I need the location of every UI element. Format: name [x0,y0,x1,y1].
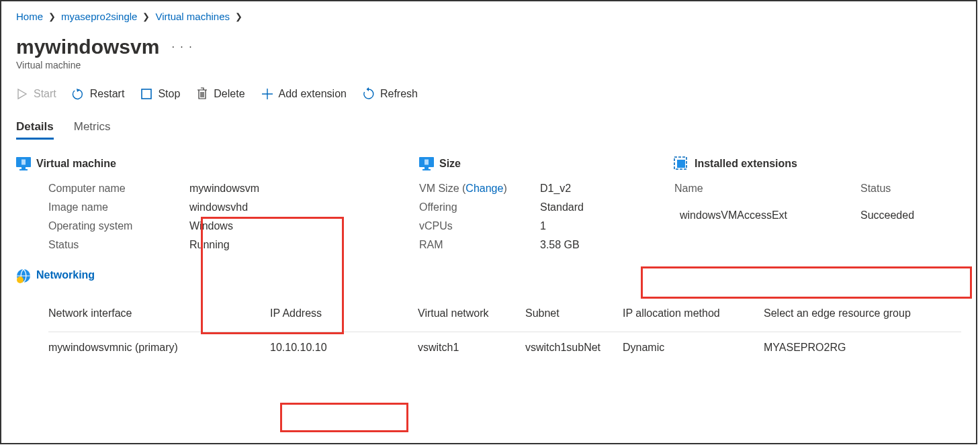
change-size-link[interactable]: Change [465,183,503,194]
label-status: Status [48,239,189,251]
delete-label: Delete [214,88,244,100]
net-col-alloc: IP allocation method [623,307,764,319]
add-extension-button[interactable]: Add extension [261,88,347,100]
svg-rect-12 [422,169,431,170]
networking-link[interactable]: Networking [36,269,95,281]
stop-button[interactable]: Stop [140,88,180,100]
value-os: Windows [189,220,392,232]
extension-icon [674,157,688,170]
label-ram: RAM [419,239,540,251]
label-vcpus: vCPUs [419,220,540,232]
net-col-rg: Select an edge resource group [764,307,961,319]
monitor-icon [419,157,433,170]
label-computer-name: Computer name [48,183,189,195]
net-col-vnet: Virtual network [418,307,525,319]
value-vm-size: D1_v2 [540,183,648,195]
extensions-section-heading: Installed extensions [674,157,961,170]
refresh-icon [363,88,375,100]
svg-marker-3 [366,87,369,91]
more-actions-icon[interactable]: · · · [171,41,193,53]
extension-row[interactable]: windowsVMAccessExt Succeeded [674,200,961,231]
page-subtitle: Virtual machine [16,60,961,70]
chevron-right-icon: ❯ [142,11,150,21]
breadcrumb: Home ❯ myasepro2single ❯ Virtual machine… [16,11,961,22]
svg-point-9 [17,277,24,283]
refresh-label: Refresh [380,88,418,100]
networking-table: Network interface IP Address Virtual net… [48,307,961,354]
value-vcpus: 1 [540,220,648,232]
delete-button[interactable]: Delete [196,88,244,100]
stop-icon [140,88,152,100]
net-value-ip: 10.10.10.10 [270,342,418,354]
svg-marker-1 [77,89,80,92]
extension-status: Succeeded [860,209,961,221]
breadcrumb-home[interactable]: Home [16,11,43,22]
net-value-subnet: vswitch1subNet [525,342,623,354]
value-computer-name: mywindowsvm [189,183,392,195]
net-value-rg: MYASEPRO2RG [764,342,961,354]
value-image-name: windowsvhd [189,201,392,213]
net-col-ip: IP Address [270,307,418,319]
tabs: Details Metrics [16,120,961,140]
breadcrumb-section[interactable]: Virtual machines [155,11,230,22]
networking-section-heading: Networking [16,268,392,282]
chevron-right-icon: ❯ [48,11,56,21]
restart-button[interactable]: Restart [73,88,125,100]
vm-heading-text: Virtual machine [36,158,116,170]
stop-label: Stop [158,88,180,100]
value-ram: 3.58 GB [540,239,648,251]
value-offering: Standard [540,201,648,213]
play-icon [16,88,28,100]
label-vm-size: VM Size (Change) [419,183,540,195]
svg-marker-0 [18,89,26,99]
net-value-iface: mywindowsvmnic (primary) [48,342,270,354]
monitor-icon [16,157,30,170]
tab-metrics[interactable]: Metrics [74,120,111,140]
label-offering: Offering [419,201,540,213]
tab-details[interactable]: Details [16,120,54,140]
trash-icon [196,88,208,100]
start-label: Start [34,88,56,100]
svg-rect-11 [425,167,429,169]
restart-label: Restart [90,88,125,100]
command-bar: Start Restart Stop Delete Add extension [16,88,961,100]
svg-rect-14 [677,160,685,168]
svg-rect-13 [425,160,429,165]
net-value-vnet: vswitch1 [418,342,525,354]
page-title: mywindowsvm [16,36,159,58]
breadcrumb-device[interactable]: myasepro2single [61,11,137,22]
extension-name: windowsVMAccessExt [680,209,860,221]
label-os: Operating system [48,220,189,232]
plus-icon [261,88,273,100]
svg-rect-6 [19,169,28,170]
label-image-name: Image name [48,201,189,213]
ext-col-name: Name [674,183,860,195]
add-extension-label: Add extension [279,88,347,100]
value-status: Running [189,239,392,251]
vm-section-heading: Virtual machine [16,157,392,170]
net-value-alloc: Dynamic [623,342,764,354]
svg-rect-2 [142,89,151,99]
net-col-iface: Network interface [48,307,270,319]
restart-icon [73,88,85,100]
ext-col-status: Status [860,183,961,195]
networking-row[interactable]: mywindowsvmnic (primary) 10.10.10.10 vsw… [48,332,961,354]
svg-rect-5 [21,167,26,169]
refresh-button[interactable]: Refresh [363,88,418,100]
chevron-right-icon: ❯ [235,11,242,21]
annotation-highlight [280,403,408,432]
net-col-subnet: Subnet [525,307,623,319]
start-button: Start [16,88,56,100]
globe-icon [16,268,30,282]
svg-rect-7 [21,160,26,165]
size-section-heading: Size [419,157,648,170]
size-heading-text: Size [439,158,461,170]
extensions-heading-text: Installed extensions [695,158,797,170]
